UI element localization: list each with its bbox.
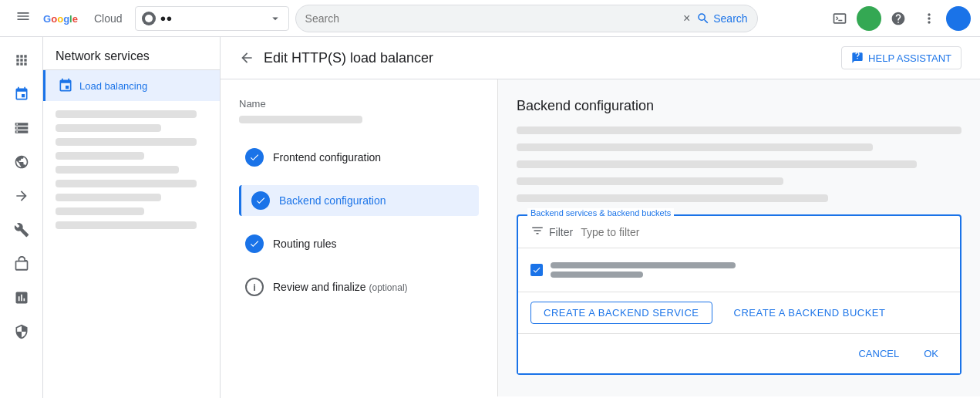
skeleton-row-1 <box>517 126 961 134</box>
project-name: ●● <box>160 12 264 24</box>
search-input[interactable] <box>305 12 677 25</box>
chevron-down-icon <box>268 12 282 25</box>
menu-icon[interactable] <box>9 2 37 34</box>
search-button[interactable]: Search <box>696 12 747 25</box>
skeleton-nav-2 <box>56 124 161 132</box>
topbar: Google Cloud ●● × Search <box>0 0 980 37</box>
step-routing-rules[interactable]: Routing rules <box>239 228 479 259</box>
skeleton-row-2 <box>517 143 873 151</box>
sidebar-item-shield[interactable] <box>0 315 43 349</box>
backend-fieldset-legend: Backend services & backend buckets <box>527 208 674 218</box>
help-assistant-label: HELP ASSISTANT <box>868 52 951 64</box>
skeleton-nav-1 <box>56 110 197 118</box>
help-icon-btn[interactable] <box>884 5 912 32</box>
topbar-right <box>826 5 971 32</box>
create-backend-bucket-button[interactable]: CREATE A BACKEND BUCKET <box>722 302 898 323</box>
project-icon <box>142 12 156 25</box>
skeleton-nav-9 <box>56 221 197 229</box>
filter-label: Filter <box>549 226 573 238</box>
main-content: Edit HTTP(S) load balancer HELP ASSISTAN… <box>221 37 980 398</box>
page-title: Edit HTTP(S) load balancer <box>264 50 433 66</box>
step-1-label: Frontend configuration <box>273 151 381 164</box>
sidebar <box>0 37 43 398</box>
back-button[interactable] <box>239 50 254 66</box>
sidebar-item-chart[interactable] <box>0 281 43 315</box>
help-assistant-icon <box>851 52 864 64</box>
checkbox-checked-icon <box>530 264 543 276</box>
sidebar-item-globe[interactable] <box>0 145 43 179</box>
info-icon-text: i <box>253 282 256 292</box>
dropdown-content <box>518 248 960 292</box>
more-vert-icon <box>921 11 937 26</box>
checkmark-icon <box>249 152 260 163</box>
load-balancing-icon <box>58 78 73 93</box>
filter-icon <box>530 224 544 240</box>
content-area: Name Frontend configuration <box>221 79 980 396</box>
skeleton-row-5 <box>517 194 828 202</box>
footer-row: CANCEL OK <box>518 333 960 373</box>
left-nav: Network services Load balancing <box>43 37 221 398</box>
sidebar-item-apps[interactable] <box>0 43 43 77</box>
step-4-label: Review and finalize (optional) <box>273 281 408 293</box>
status-indicator[interactable] <box>857 6 881 31</box>
item-bar-wide <box>551 262 736 268</box>
step-3-icon <box>245 234 264 253</box>
avatar[interactable] <box>946 6 971 31</box>
step-2-label: Backend configuration <box>279 194 386 207</box>
clear-icon[interactable]: × <box>683 12 690 25</box>
step-4-icon: i <box>245 278 264 296</box>
step-1-icon <box>245 148 264 167</box>
step-3-label: Routing rules <box>273 238 337 250</box>
section-title: Backend configuration <box>517 98 961 114</box>
sidebar-item-network[interactable] <box>0 77 43 111</box>
sidebar-item-forward[interactable] <box>0 179 43 213</box>
help-assistant-button[interactable]: HELP ASSISTANT <box>841 46 961 69</box>
search-icon <box>696 12 710 25</box>
action-row: CREATE A BACKEND SERVICE CREATE A BACKEN… <box>518 292 960 333</box>
google-cloud-logo: Google Cloud <box>43 10 123 27</box>
skeleton-row-3 <box>517 160 917 168</box>
filter-input[interactable] <box>581 226 948 238</box>
skeleton-nav-4 <box>56 152 144 160</box>
create-backend-service-button[interactable]: CREATE A BACKEND SERVICE <box>530 302 712 324</box>
left-nav-header: Network services <box>43 37 220 70</box>
backend-services-fieldset: Backend services & backend buckets Filte… <box>517 214 961 375</box>
skeleton-nav-7 <box>56 194 161 201</box>
terminal-icon-btn[interactable] <box>826 5 854 32</box>
filter-row: Filter <box>518 216 960 248</box>
cancel-button[interactable]: CANCEL <box>849 343 908 364</box>
project-selector[interactable]: ●● <box>135 6 289 31</box>
sidebar-item-tools[interactable] <box>0 213 43 247</box>
search-label: Search <box>713 12 747 25</box>
terminal-icon <box>832 11 847 26</box>
step-list: Frontend configuration Backend configura… <box>239 142 479 302</box>
logo-cloud-text: Cloud <box>94 12 123 25</box>
skeleton-nav-5 <box>56 166 179 174</box>
item-bar-group <box>551 262 948 278</box>
item-bar-narrow <box>551 272 643 278</box>
more-icon-btn[interactable] <box>915 5 943 32</box>
back-arrow-icon <box>239 50 254 66</box>
skeleton-nav-6 <box>56 180 197 187</box>
svg-text:Google: Google <box>43 12 78 24</box>
load-balancing-label: Load balancing <box>79 80 147 92</box>
ok-button[interactable]: OK <box>914 343 948 364</box>
sidebar-item-briefcase[interactable] <box>0 247 43 281</box>
sidebar-item-server[interactable] <box>0 111 43 145</box>
name-placeholder <box>239 116 362 123</box>
step-backend-configuration[interactable]: Backend configuration <box>239 185 479 216</box>
dropdown-item-1[interactable] <box>518 255 960 285</box>
step-review-finalize[interactable]: i Review and finalize (optional) <box>239 272 479 302</box>
step-2-icon <box>251 191 270 210</box>
step-frontend-configuration[interactable]: Frontend configuration <box>239 142 479 173</box>
name-section: Name <box>239 98 479 123</box>
search-bar: × Search <box>295 5 758 32</box>
sidebar-item-load-balancing[interactable]: Load balancing <box>43 70 220 101</box>
check-icon <box>532 265 541 275</box>
skeleton-nav-3 <box>56 138 197 146</box>
right-panel: Backend configuration Backend services &… <box>498 79 980 396</box>
layout: Network services Load balancing Edit HTT… <box>0 37 980 398</box>
checkmark-icon-3 <box>249 238 260 249</box>
steps-panel: Name Frontend configuration <box>221 79 498 396</box>
page-header: Edit HTTP(S) load balancer HELP ASSISTAN… <box>221 37 980 79</box>
